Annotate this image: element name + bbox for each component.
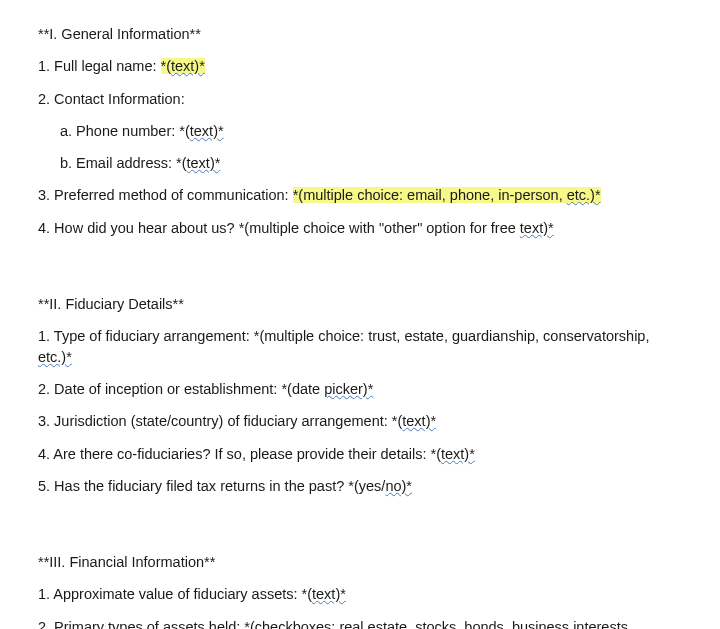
section-heading: **I. General Information**	[38, 24, 682, 44]
item-text: Contact Information:	[50, 91, 185, 107]
highlighted-text: *(text)*	[161, 58, 205, 74]
document-body: **I. General Information**1. Full legal …	[38, 24, 682, 629]
list-item: 5. Has the fiduciary filed tax returns i…	[38, 476, 682, 496]
spellcheck-underline: text)*	[171, 58, 205, 74]
item-number: 1.	[38, 58, 50, 74]
item-text: Email address: *(	[72, 155, 186, 171]
item-text: Full legal name:	[50, 58, 160, 74]
item-number: 2.	[38, 381, 50, 397]
section-heading: **II. Fiduciary Details**	[38, 294, 682, 314]
highlight-plain: *(	[161, 58, 171, 74]
section-gap	[38, 508, 682, 526]
item-text: Date of inception or establishment: *(da…	[50, 381, 324, 397]
list-item: 3. Preferred method of communication: *(…	[38, 185, 682, 205]
item-text: Preferred method of communication:	[50, 187, 293, 203]
list-item: 4. Are there co-fiduciaries? If so, plea…	[38, 444, 682, 464]
item-text: Primary types of assets held: *(checkbox…	[38, 619, 632, 629]
list-item: 2. Contact Information:	[38, 89, 682, 109]
spellcheck-underline: text)*	[187, 155, 221, 171]
spellcheck-underline: text)*	[312, 586, 346, 602]
item-text: How did you hear about us? *(multiple ch…	[50, 220, 520, 236]
item-text: Type of fiduciary arrangement: *(multipl…	[50, 328, 649, 344]
sub-item-label: a.	[60, 123, 72, 139]
highlighted-text: *(multiple choice: email, phone, in-pers…	[293, 187, 601, 203]
sub-item-label: b.	[60, 155, 72, 171]
sub-list-item: a. Phone number: *(text)*	[60, 121, 682, 141]
item-number: 5.	[38, 478, 50, 494]
item-number: 3.	[38, 187, 50, 203]
spellcheck-underline: text)*	[402, 413, 436, 429]
item-number: 1.	[38, 586, 50, 602]
spellcheck-underline: etc.)*	[38, 349, 72, 365]
spellcheck-underline: text)*	[190, 123, 224, 139]
spellcheck-underline: picker)*	[324, 381, 373, 397]
spellcheck-underline: no)*	[385, 478, 412, 494]
list-item: 1. Approximate value of fiduciary assets…	[38, 584, 682, 604]
list-item: 1. Type of fiduciary arrangement: *(mult…	[38, 326, 682, 367]
list-item: 1. Full legal name: *(text)*	[38, 56, 682, 76]
spellcheck-underline: text)*	[520, 220, 554, 236]
list-item: 2. Date of inception or establishment: *…	[38, 379, 682, 399]
item-number: 4.	[38, 446, 50, 462]
item-number: 1.	[38, 328, 50, 344]
item-text: Approximate value of fiduciary assets: *…	[50, 586, 312, 602]
highlight-plain: *(multiple choice: email, phone, in-pers…	[293, 187, 567, 203]
item-number: 4.	[38, 220, 50, 236]
section-gap	[38, 250, 682, 268]
list-item: 2. Primary types of assets held: *(check…	[38, 617, 682, 629]
spellcheck-underline: etc.)*	[567, 187, 601, 203]
item-text: Phone number: *(	[72, 123, 190, 139]
item-text: Are there co-fiduciaries? If so, please …	[50, 446, 441, 462]
item-text: Has the fiduciary filed tax returns in t…	[50, 478, 385, 494]
sub-list-item: b. Email address: *(text)*	[60, 153, 682, 173]
section-heading: **III. Financial Information**	[38, 552, 682, 572]
item-number: 2.	[38, 91, 50, 107]
item-number: 3.	[38, 413, 50, 429]
list-item: 4. How did you hear about us? *(multiple…	[38, 218, 682, 238]
item-number: 2.	[38, 619, 50, 629]
item-text: Jurisdiction (state/country) of fiduciar…	[50, 413, 402, 429]
list-item: 3. Jurisdiction (state/country) of fiduc…	[38, 411, 682, 431]
spellcheck-underline: text)*	[441, 446, 475, 462]
